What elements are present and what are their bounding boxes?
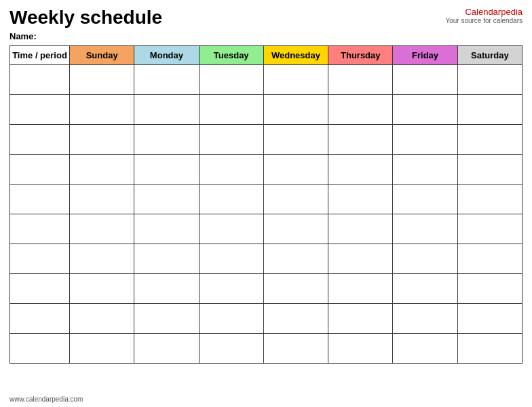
cell-day[interactable]: [70, 125, 134, 155]
cell-day[interactable]: [328, 65, 393, 95]
cell-day[interactable]: [134, 185, 199, 214]
cell-day[interactable]: [134, 155, 199, 185]
cell-day[interactable]: [393, 155, 457, 185]
table-row: [10, 334, 522, 364]
cell-day[interactable]: [328, 95, 393, 125]
table-row: [10, 125, 522, 155]
cell-day[interactable]: [134, 95, 199, 125]
cell-day[interactable]: [328, 155, 393, 185]
cell-time[interactable]: [10, 304, 70, 334]
cell-day[interactable]: [457, 185, 522, 214]
cell-day[interactable]: [134, 214, 199, 244]
brand-name-part2: pedia: [501, 7, 522, 17]
cell-day[interactable]: [263, 274, 328, 304]
cell-day[interactable]: [70, 274, 134, 304]
col-header-thursday: Thursday: [328, 46, 393, 65]
brand-box: Calendarpedia Your source for calendars: [445, 7, 522, 24]
cell-day[interactable]: [457, 125, 522, 155]
col-header-wednesday: Wednesday: [263, 46, 328, 65]
col-header-time: Time / period: [10, 46, 70, 65]
cell-day[interactable]: [328, 244, 393, 274]
col-header-friday: Friday: [393, 46, 457, 65]
cell-time[interactable]: [10, 155, 70, 185]
cell-day[interactable]: [199, 304, 263, 334]
cell-day[interactable]: [134, 65, 199, 95]
cell-day[interactable]: [457, 95, 522, 125]
cell-day[interactable]: [328, 334, 393, 364]
cell-day[interactable]: [199, 125, 263, 155]
cell-day[interactable]: [70, 95, 134, 125]
cell-day[interactable]: [393, 334, 457, 364]
table-row: [10, 274, 522, 304]
cell-day[interactable]: [70, 304, 134, 334]
table-row: [10, 304, 522, 334]
cell-day[interactable]: [263, 214, 328, 244]
page: Weekly schedule Calendarpedia Your sourc…: [0, 0, 532, 407]
cell-day[interactable]: [70, 244, 134, 274]
col-header-sunday: Sunday: [70, 46, 134, 65]
cell-day[interactable]: [328, 214, 393, 244]
cell-day[interactable]: [199, 274, 263, 304]
cell-day[interactable]: [328, 125, 393, 155]
cell-time[interactable]: [10, 334, 70, 364]
cell-day[interactable]: [263, 65, 328, 95]
cell-day[interactable]: [393, 244, 457, 274]
cell-time[interactable]: [10, 244, 70, 274]
cell-day[interactable]: [199, 214, 263, 244]
cell-time[interactable]: [10, 125, 70, 155]
cell-day[interactable]: [328, 274, 393, 304]
cell-day[interactable]: [70, 185, 134, 214]
cell-day[interactable]: [457, 304, 522, 334]
col-header-tuesday: Tuesday: [199, 46, 263, 65]
cell-time[interactable]: [10, 95, 70, 125]
cell-time[interactable]: [10, 65, 70, 95]
cell-day[interactable]: [457, 334, 522, 364]
cell-day[interactable]: [393, 65, 457, 95]
cell-day[interactable]: [328, 185, 393, 214]
cell-day[interactable]: [263, 95, 328, 125]
cell-day[interactable]: [199, 185, 263, 214]
cell-day[interactable]: [393, 214, 457, 244]
cell-day[interactable]: [263, 334, 328, 364]
cell-day[interactable]: [393, 274, 457, 304]
cell-day[interactable]: [457, 155, 522, 185]
page-title: Weekly schedule: [10, 7, 162, 28]
cell-day[interactable]: [263, 304, 328, 334]
cell-day[interactable]: [70, 155, 134, 185]
cell-day[interactable]: [393, 185, 457, 214]
cell-day[interactable]: [393, 95, 457, 125]
cell-day[interactable]: [70, 65, 134, 95]
cell-day[interactable]: [393, 304, 457, 334]
name-label: Name:: [10, 31, 522, 41]
cell-day[interactable]: [457, 65, 522, 95]
col-header-saturday: Saturday: [457, 46, 522, 65]
cell-time[interactable]: [10, 185, 70, 214]
cell-day[interactable]: [199, 334, 263, 364]
cell-time[interactable]: [10, 274, 70, 304]
table-row: [10, 95, 522, 125]
cell-day[interactable]: [328, 304, 393, 334]
cell-day[interactable]: [70, 334, 134, 364]
cell-day[interactable]: [263, 125, 328, 155]
cell-day[interactable]: [457, 244, 522, 274]
cell-day[interactable]: [134, 304, 199, 334]
cell-day[interactable]: [134, 244, 199, 274]
cell-day[interactable]: [199, 95, 263, 125]
cell-day[interactable]: [134, 274, 199, 304]
cell-day[interactable]: [263, 185, 328, 214]
cell-day[interactable]: [134, 334, 199, 364]
cell-day[interactable]: [199, 244, 263, 274]
footer: www.calendarpedia.com: [10, 395, 83, 403]
cell-day[interactable]: [263, 244, 328, 274]
cell-time[interactable]: [10, 214, 70, 244]
cell-day[interactable]: [134, 125, 199, 155]
brand-name-part1: Calendar: [465, 7, 501, 17]
cell-day[interactable]: [199, 155, 263, 185]
cell-day[interactable]: [199, 65, 263, 95]
col-header-monday: Monday: [134, 46, 199, 65]
cell-day[interactable]: [393, 125, 457, 155]
cell-day[interactable]: [457, 214, 522, 244]
cell-day[interactable]: [457, 274, 522, 304]
cell-day[interactable]: [70, 214, 134, 244]
cell-day[interactable]: [263, 155, 328, 185]
